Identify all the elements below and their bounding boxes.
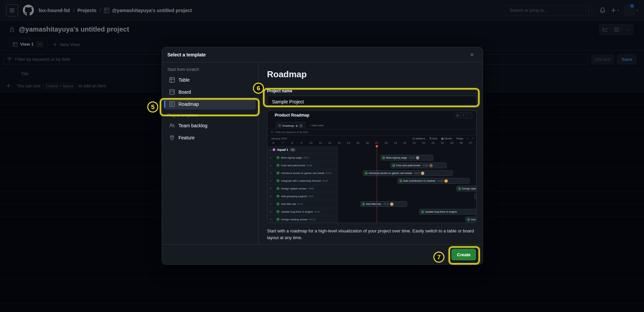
- group-count-badge: 11: [290, 148, 296, 151]
- preview-item-row: 3Introduce levels so gamer can break#103: [267, 169, 337, 177]
- create-button[interactable]: Create: [451, 249, 476, 260]
- preview-month-label: January 2023: [271, 137, 287, 140]
- open-issue-icon: [276, 195, 279, 198]
- open-issue-icon: [458, 187, 461, 190]
- dialog-footer: Create: [162, 244, 483, 264]
- preview-timeline-bar: [474, 193, 477, 199]
- preview-timeline-bar: Beta signup page#122: [380, 155, 433, 161]
- preview-timeline-bar: Add filter bar#137: [360, 201, 407, 207]
- preview-control-markers: ◎ Markers: [413, 137, 425, 140]
- preview-date-tick: 18: [383, 141, 389, 144]
- roadmap-preview-image: Product Roadmap ▯ ⋯ Roadmap: [267, 110, 477, 223]
- roadmap-icon: [169, 101, 175, 107]
- issue-number: #119: [308, 195, 314, 198]
- today-marker-dot: [376, 145, 378, 147]
- open-issue-icon: [276, 203, 279, 206]
- preview-item-row: 1Beta signup page#122: [267, 154, 337, 162]
- preview-control-month: ▦ Month: [441, 137, 452, 140]
- preview-date-tick: 22: [421, 141, 426, 144]
- issue-number: ##112: [309, 218, 316, 221]
- item-title: Free and paid levels: [281, 164, 305, 167]
- bar-label: Design spla: [462, 187, 476, 190]
- preview-date-tick: 17: [374, 141, 379, 144]
- row-number: 1: [267, 157, 274, 159]
- item-title: Beta signup page: [281, 156, 302, 159]
- open-issue-icon: [467, 218, 470, 221]
- preview-item-row: 4Integrate with Leadership Service#125: [267, 177, 337, 185]
- group-name: Squad 1: [277, 148, 288, 151]
- template-item-roadmap[interactable]: Roadmap: [164, 99, 256, 109]
- preview-new-view: + New view: [310, 124, 324, 127]
- issue-number: #133: [314, 210, 320, 213]
- preview-item-row: 8Update bug fixes to engine#133: [267, 208, 337, 216]
- item-title: Design loading screen: [281, 218, 308, 221]
- row-number: 7: [267, 203, 274, 205]
- open-issue-icon: [362, 203, 365, 206]
- item-title: Introduce levels so gamer can break: [281, 172, 324, 175]
- item-title: Integrate with Leadership Service: [281, 179, 321, 182]
- row-number: 5: [267, 187, 274, 190]
- graph-icon: [455, 113, 461, 118]
- preview-date-tick: 27: [468, 141, 473, 144]
- crystal-ball-emoji: [273, 148, 275, 151]
- template-items: Team backlogFeature: [164, 120, 256, 143]
- preview-timeline-controls: ◎ Markers⇅ Sort▦ MonthToday‹ ›: [413, 137, 473, 140]
- template-item-feature[interactable]: Feature: [164, 132, 256, 143]
- open-issue-icon: [399, 179, 402, 182]
- issue-number: #103: [326, 172, 331, 175]
- bar-label: Des: [471, 218, 476, 221]
- open-issue-icon: [276, 164, 279, 167]
- project-name-input[interactable]: [267, 96, 477, 108]
- issue-number: #103: [414, 172, 420, 175]
- bar-label: Add contributors to readme: [403, 179, 436, 182]
- close-button[interactable]: [467, 49, 477, 60]
- open-issue-icon: [276, 210, 279, 213]
- template-item-table[interactable]: Table: [164, 75, 256, 85]
- preview-date-tick: 6: [271, 141, 276, 144]
- board-icon: [169, 89, 175, 95]
- dialog-title: Select a template: [167, 52, 206, 57]
- row-number: 8: [267, 211, 274, 213]
- kebab-icon: ⋯: [466, 113, 472, 118]
- chevron-down-icon: ▾: [270, 149, 271, 151]
- preview-item-row: 7Add filter bar#137: [267, 200, 337, 208]
- filter-icon: [271, 131, 273, 134]
- issue-number: #122: [409, 156, 415, 159]
- open-issue-icon: [392, 164, 395, 167]
- preview-date-tick: 21: [412, 141, 417, 144]
- open-issue-icon: [276, 172, 279, 175]
- template-sidebar: Start from scratch TableBoardRoadmap Pro…: [162, 62, 259, 244]
- open-issue-icon: [421, 210, 424, 213]
- preview-date-tick: 20: [402, 141, 408, 144]
- preview-item-row: 9Design loading screen##112: [267, 216, 337, 223]
- issue-number: #137: [298, 203, 303, 206]
- preview-control-prev: ‹: [467, 137, 468, 140]
- assignee-avatar: [390, 203, 393, 206]
- preview-date-tick: 8: [289, 141, 295, 144]
- preview-date-tick: 7: [280, 141, 285, 144]
- row-number: 9: [267, 218, 274, 221]
- preview-title: Product Roadmap: [275, 113, 309, 118]
- issue-number: #125: [322, 179, 328, 182]
- preview-filter-placeholder: Filter by keyword or by field: [275, 131, 308, 134]
- preview-timeline-bar: Design spla: [456, 186, 477, 191]
- preview-date-tick: 11: [318, 141, 323, 144]
- preview-group-row: ▾Squad 111: [267, 146, 337, 154]
- template-detail: Roadmap Project name Product Roadmap ▯ ⋯: [259, 62, 483, 244]
- bar-label: Add filter bar: [366, 203, 381, 206]
- tools-icon: [169, 135, 175, 140]
- template-item-board[interactable]: Board: [164, 87, 256, 97]
- preview-item-row: 5Design splash screen#808: [267, 185, 337, 192]
- people-icon: [169, 123, 175, 128]
- template-item-team-backlog[interactable]: Team backlog: [164, 120, 256, 131]
- assignee-avatar: [429, 164, 433, 167]
- preview-timeline-bar: Free and paid levels#188: [390, 163, 447, 168]
- template-item-label: Table: [178, 77, 190, 83]
- template-item-label: Feature: [178, 135, 195, 140]
- template-item-label: Roadmap: [178, 101, 199, 107]
- item-title: Add grouping support: [281, 195, 307, 198]
- templates-section-label: Project templates: [167, 113, 256, 118]
- project-name-label: Project name: [267, 89, 483, 93]
- item-title: Update bug fixes to engine: [281, 210, 313, 213]
- preview-timeline-body: ▾Squad 1111Beta signup page#1222Free and…: [267, 146, 476, 223]
